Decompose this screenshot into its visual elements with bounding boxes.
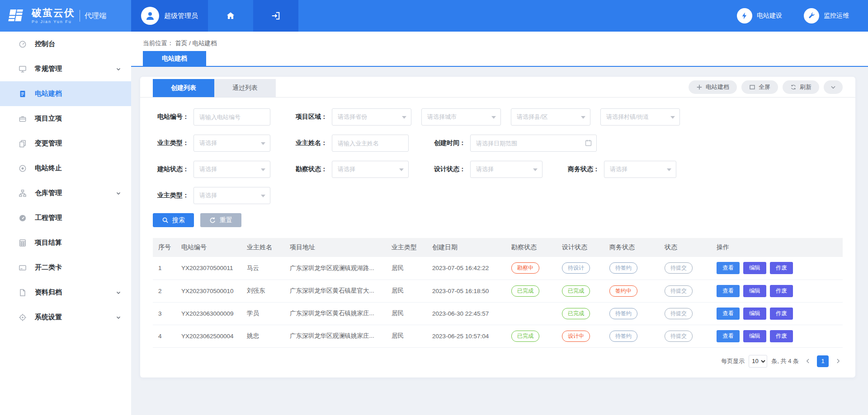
sidebar-item-label: 控制台 <box>35 40 55 48</box>
view-button[interactable]: 查看 <box>717 308 740 320</box>
main-content: 当前位置： 首页 / 电站建档 电站建档 创建列表 通过列表 电站建档 全屏 <box>131 32 868 415</box>
void-button[interactable]: 作废 <box>770 262 793 274</box>
table-cell: 广东深圳龙华区黄石镇姚家庄... <box>286 302 388 325</box>
user-icon <box>145 10 156 21</box>
status-cell: 勘察中 <box>508 257 558 280</box>
status-cell: 已完成 <box>508 325 558 347</box>
create-station-button[interactable]: 电站建档 <box>689 80 737 94</box>
logo-subtitle: Po Jian Yun Fu <box>32 20 75 24</box>
collapse-button[interactable] <box>824 80 843 94</box>
reset-label: 重置 <box>220 216 232 224</box>
owner-type2-label: 业主类型： <box>153 191 189 200</box>
table-cell: 居民 <box>388 302 429 325</box>
void-button[interactable]: 作废 <box>770 330 793 342</box>
edit-button[interactable]: 编辑 <box>743 285 766 297</box>
chevron-down-icon <box>261 142 265 145</box>
sidebar-item[interactable]: 项目结算 <box>0 230 131 255</box>
build-status-select[interactable]: 请选择 <box>193 161 270 178</box>
sidebar-item-label: 资料归档 <box>35 288 62 297</box>
edit-button[interactable]: 编辑 <box>743 308 766 320</box>
user-menu[interactable]: 超级管理员 <box>131 0 208 32</box>
chevron-down-icon <box>491 116 496 119</box>
province-select[interactable]: 请选择省份 <box>332 108 411 126</box>
breadcrumb-path: 首页 / 电站建档 <box>175 39 217 47</box>
table-cell: 3 <box>153 302 178 325</box>
home-button[interactable] <box>208 0 253 32</box>
chevron-left-icon <box>805 358 811 364</box>
sidebar-item[interactable]: 系统设置 <box>0 305 131 330</box>
sidebar-item-label: 工程管理 <box>35 214 62 222</box>
sidebar-item-label: 常规管理 <box>35 65 62 73</box>
reset-button[interactable]: 重置 <box>200 213 241 227</box>
sidebar-item[interactable]: 工程管理 <box>0 205 131 230</box>
survey-status-label: 勘察状态： <box>291 165 327 173</box>
fullscreen-button[interactable]: 全屏 <box>741 80 778 94</box>
wrench-icon <box>804 8 819 23</box>
sidebar-item[interactable]: 电站终止 <box>0 156 131 181</box>
business-status-select[interactable]: 请选择 <box>604 161 676 178</box>
status-cell: 待签约 <box>606 257 661 280</box>
station-no-input[interactable] <box>193 108 270 126</box>
chevron-down-icon <box>667 168 671 171</box>
search-button[interactable]: 搜索 <box>153 213 194 227</box>
owner-type-select[interactable]: 请选择 <box>193 135 270 152</box>
date-range-input[interactable] <box>470 135 597 152</box>
chevron-down-icon <box>830 84 836 90</box>
survey-status-select[interactable]: 请选择 <box>332 161 409 178</box>
avatar <box>141 7 159 25</box>
nav-station-build[interactable]: 电站建设 <box>737 8 782 23</box>
status-badge: 签约中 <box>609 285 637 297</box>
design-status-select[interactable]: 请选择 <box>470 161 542 178</box>
sidebar-item[interactable]: 变更管理 <box>0 131 131 156</box>
next-page-button[interactable] <box>833 355 843 367</box>
view-button[interactable]: 查看 <box>717 285 740 297</box>
chevron-down-icon <box>116 290 121 295</box>
sidebar-item[interactable]: 电站建档 <box>0 81 131 106</box>
sidebar-item[interactable]: 控制台 <box>0 32 131 56</box>
page-tab-station-archive[interactable]: 电站建档 <box>143 51 206 66</box>
view-button[interactable]: 查看 <box>717 262 740 274</box>
chevron-down-icon <box>581 116 585 119</box>
table-row: 1YX2023070500011马云广东深圳龙华区观澜镇观湖路...居民2023… <box>153 257 843 280</box>
tab-passed-list[interactable]: 通过列表 <box>214 79 276 97</box>
logout-button[interactable] <box>253 0 298 32</box>
edit-button[interactable]: 编辑 <box>743 262 766 274</box>
topbar-right: 电站建设 监控运维 <box>298 0 868 32</box>
view-button[interactable]: 查看 <box>717 330 740 342</box>
chevron-down-icon <box>261 168 265 171</box>
town-select[interactable]: 请选择村镇/街道 <box>600 108 680 126</box>
home-icon <box>226 11 236 21</box>
logo-icon <box>7 7 27 25</box>
business-status-label: 商务状态： <box>563 165 599 173</box>
settings-icon <box>18 313 27 322</box>
tab-create-list[interactable]: 创建列表 <box>153 79 214 97</box>
status-badge: 待签约 <box>609 331 637 342</box>
table-cell: 广东深圳龙华区观澜镇姚家庄... <box>286 325 388 347</box>
chevron-down-icon <box>261 195 265 197</box>
prev-page-button[interactable] <box>803 355 813 367</box>
table-cell: 马云 <box>243 257 286 280</box>
owner-name-input[interactable] <box>332 135 409 152</box>
void-button[interactable]: 作废 <box>770 285 793 297</box>
nav-monitor-ops[interactable]: 监控运维 <box>804 8 849 23</box>
station-no-label: 电站编号： <box>153 113 189 121</box>
card-icon <box>18 263 27 272</box>
stop-circle-icon <box>18 164 27 173</box>
page-head: 当前位置： 首页 / 电站建档 电站建档 <box>131 32 868 67</box>
edit-button[interactable]: 编辑 <box>743 330 766 342</box>
refresh-button[interactable]: 刷新 <box>783 80 819 94</box>
district-select[interactable]: 请选择县/区 <box>511 108 590 126</box>
owner-type2-select[interactable]: 请选择 <box>193 187 270 204</box>
city-select[interactable]: 请选择城市 <box>421 108 501 126</box>
fullscreen-icon <box>749 84 755 90</box>
page-number-button[interactable]: 1 <box>817 355 829 367</box>
sidebar-item[interactable]: 仓库管理 <box>0 181 131 205</box>
sidebar-item[interactable]: 开二类卡 <box>0 255 131 280</box>
table-cell: YX2023070500010 <box>178 280 243 302</box>
sidebar-item[interactable]: 项目立项 <box>0 106 131 131</box>
void-button[interactable]: 作废 <box>770 308 793 320</box>
sidebar-item[interactable]: 资料归档 <box>0 280 131 305</box>
sidebar-item[interactable]: 常规管理 <box>0 56 131 81</box>
per-page-select[interactable]: 10 <box>749 355 767 368</box>
owner-type-label: 业主类型： <box>153 139 189 147</box>
